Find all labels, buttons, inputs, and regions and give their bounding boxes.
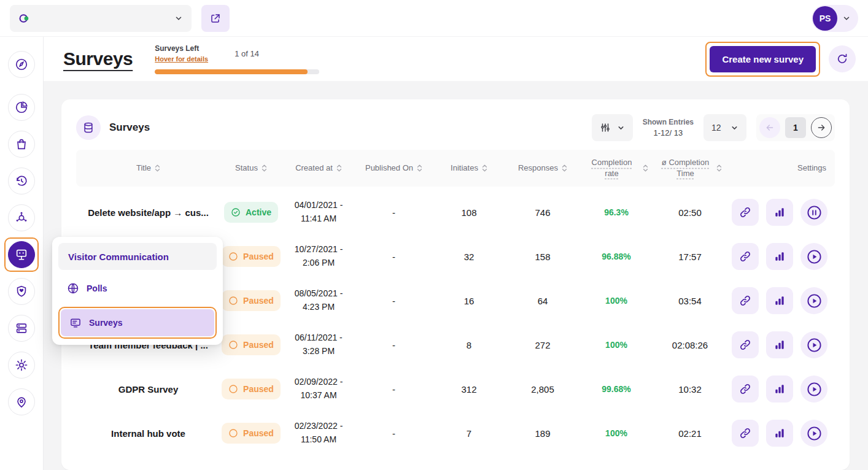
- column-header-status[interactable]: Status: [220, 163, 282, 174]
- sidebar-item-settings[interactable]: [8, 352, 35, 379]
- page-size-select[interactable]: 12: [703, 114, 746, 141]
- toggle-survey-button[interactable]: [800, 243, 827, 270]
- created-at-cell: 04/01/2021 - 11:41 AM: [282, 199, 355, 225]
- play-icon: [806, 293, 823, 309]
- status-icon: [228, 384, 238, 394]
- sidebar-item-security[interactable]: [8, 278, 35, 305]
- statistics-button[interactable]: [766, 243, 793, 270]
- previous-page-button[interactable]: [759, 117, 780, 138]
- column-header-time[interactable]: ø Completion Time: [653, 157, 727, 179]
- arrow-right-icon: [816, 123, 826, 133]
- open-external-button[interactable]: [201, 5, 230, 32]
- status-label: Paused: [243, 340, 274, 350]
- sidebar-item-support[interactable]: [8, 388, 35, 415]
- sidebar-item-visitor-communication[interactable]: [8, 241, 35, 268]
- statistics-button[interactable]: [766, 376, 793, 403]
- column-header-initiates[interactable]: Initiates: [432, 163, 506, 174]
- refresh-button[interactable]: [829, 45, 856, 72]
- bar-chart-icon: [773, 339, 786, 351]
- next-page-button[interactable]: [811, 117, 832, 138]
- refresh-icon: [836, 53, 848, 65]
- status-cell: Paused: [220, 290, 282, 311]
- gear-icon: [15, 358, 28, 372]
- toggle-survey-button[interactable]: [800, 287, 827, 314]
- sort-icon: [336, 164, 342, 172]
- user-menu[interactable]: PS: [812, 5, 858, 32]
- surveys-left-progress-fill: [155, 69, 308, 74]
- dashboard-icon: [15, 58, 28, 71]
- sidebar-item-shop[interactable]: [8, 131, 35, 158]
- settings-cell: [727, 376, 835, 403]
- automation-icon: [15, 211, 28, 225]
- sort-icon: [643, 164, 648, 172]
- column-header-created[interactable]: Created at: [282, 163, 355, 174]
- created-date: 02/09/2022 -: [282, 376, 355, 389]
- survey-title: GDPR Survey: [76, 384, 220, 395]
- statistics-button[interactable]: [766, 420, 793, 447]
- copy-link-button[interactable]: [732, 376, 759, 403]
- status-label: Paused: [243, 252, 274, 261]
- toggle-survey-button[interactable]: [800, 199, 827, 226]
- filter-button[interactable]: [592, 114, 633, 141]
- toggle-survey-button[interactable]: [800, 420, 827, 447]
- column-header-published[interactable]: Published On: [355, 163, 432, 174]
- hover-for-details-link[interactable]: Hover for details: [155, 55, 208, 63]
- sort-icon: [417, 164, 422, 172]
- created-at-cell: 06/11/2021 - 3:28 PM: [282, 331, 355, 358]
- shown-entries: Shown Entries 1-12/ 13: [643, 118, 694, 137]
- workspace-selector[interactable]: [10, 5, 192, 32]
- current-page[interactable]: 1: [785, 117, 806, 138]
- sidebar-item-automation[interactable]: [8, 204, 35, 231]
- column-header-responses[interactable]: Responses: [506, 163, 579, 174]
- topbar: PS: [0, 0, 868, 37]
- sort-icon: [155, 164, 160, 172]
- status-icon: [228, 296, 238, 306]
- statistics-button[interactable]: [766, 199, 793, 226]
- sort-icon: [482, 164, 487, 172]
- surveys-card-icon-wrap: [76, 115, 101, 140]
- completion-rate-cell: 96.88%: [579, 252, 653, 261]
- link-icon: [739, 295, 751, 307]
- page-size-value: 12: [711, 123, 721, 133]
- responses-cell: 2,805: [506, 384, 579, 395]
- created-time: 4:23 PM: [282, 301, 355, 314]
- page-header: Surveys Surveys Left Hover for details 1…: [44, 37, 868, 81]
- sliders-icon: [600, 122, 611, 133]
- bar-chart-icon: [773, 295, 786, 307]
- sidebar-item-history[interactable]: [8, 168, 35, 195]
- survey-form-icon: [69, 317, 82, 329]
- copy-link-button[interactable]: [732, 420, 759, 447]
- sidebar-item-analytics[interactable]: [8, 94, 35, 121]
- bar-chart-icon: [773, 250, 786, 263]
- sort-icon: [716, 164, 722, 172]
- settings-cell: [727, 243, 835, 270]
- settings-cell: [727, 199, 835, 226]
- copy-link-button[interactable]: [732, 331, 759, 358]
- column-header-settings: Settings: [727, 163, 835, 174]
- copy-link-button[interactable]: [732, 199, 759, 226]
- tutorial-highlight-flyout: Surveys: [58, 307, 217, 339]
- sidebar-item-dashboard[interactable]: [8, 51, 35, 78]
- completion-rate-cell: 100%: [579, 340, 653, 350]
- flyout-item-surveys[interactable]: Surveys: [61, 309, 214, 336]
- flyout-item-polls[interactable]: Polls: [58, 275, 217, 302]
- statistics-button[interactable]: [766, 331, 793, 358]
- toggle-survey-button[interactable]: [800, 376, 827, 403]
- responses-cell: 158: [506, 252, 579, 262]
- sidebar-item-data[interactable]: [8, 315, 35, 342]
- toggle-survey-button[interactable]: [800, 331, 827, 358]
- column-header-title[interactable]: Title: [76, 163, 220, 174]
- arrow-left-icon: [765, 123, 775, 133]
- tutorial-highlight-create: Create new survey: [705, 42, 820, 77]
- settings-cell: [727, 420, 835, 447]
- column-header-rate[interactable]: Completion rate: [579, 157, 653, 179]
- status-icon: [231, 207, 241, 217]
- create-new-survey-button[interactable]: Create new survey: [710, 46, 816, 72]
- responses-cell: 189: [506, 428, 579, 439]
- copy-link-button[interactable]: [732, 243, 759, 270]
- initiates-cell: 16: [432, 296, 506, 306]
- statistics-button[interactable]: [766, 287, 793, 314]
- completion-time-cell: 03:54: [653, 296, 727, 306]
- bar-chart-icon: [773, 206, 786, 218]
- copy-link-button[interactable]: [732, 287, 759, 314]
